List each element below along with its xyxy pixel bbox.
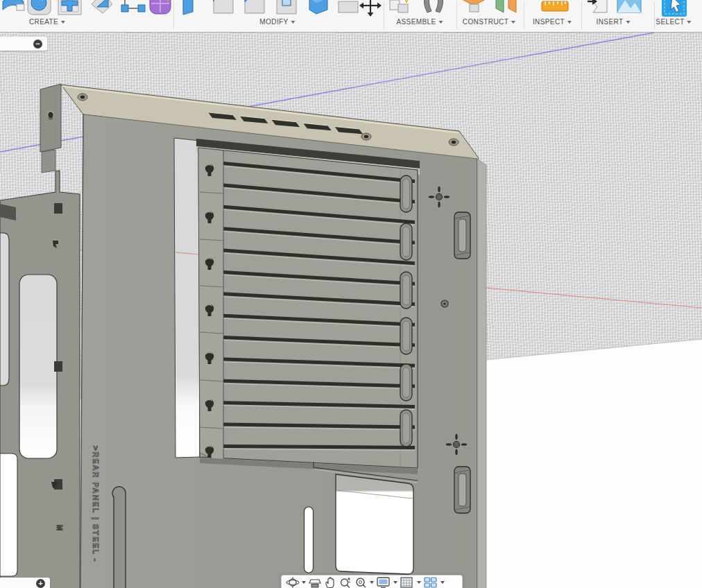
toolbar-group-select[interactable]: SELECT (656, 18, 691, 26)
chevron-down-icon (439, 21, 443, 24)
main-toolbar: CREATE MODIFY ASSEMBLE CONSTRUCT INSPECT… (0, 0, 702, 32)
revolve-icon[interactable] (26, 0, 53, 15)
construct-plane-icon[interactable] (461, 0, 488, 15)
create-form-icon[interactable] (147, 0, 175, 15)
timeline-panel-toggle[interactable]: + (0, 578, 50, 588)
expand-icon[interactable]: + (36, 579, 45, 588)
left-component-body[interactable]: M (0, 171, 80, 588)
flange-screw-hole-center (364, 135, 368, 139)
toolbar-group-construct[interactable]: CONSTRUCT (463, 18, 515, 26)
toolbar-group-assemble[interactable]: ASSEMBLE (396, 18, 443, 26)
display-menu-caret[interactable] (393, 581, 398, 584)
chamfer-icon[interactable] (241, 0, 268, 15)
fillet-icon[interactable] (210, 0, 237, 15)
browser-panel-toggle[interactable]: − (0, 37, 47, 51)
press-pull-icon[interactable] (179, 0, 205, 15)
pull-tab-inner (403, 227, 410, 257)
combine-icon[interactable] (305, 0, 332, 15)
display-settings-button[interactable] (376, 576, 391, 588)
flange-screw-hole-center (452, 141, 456, 144)
pull-tab-inner (403, 275, 410, 305)
orbit-menu-caret[interactable] (301, 581, 307, 584)
chevron-down-icon (291, 21, 296, 24)
3d-viewport[interactable]: M (0, 32, 702, 588)
tab-hole-stem (208, 359, 212, 364)
joint-icon[interactable] (420, 0, 448, 15)
tab-hole-stem (208, 406, 212, 411)
toolbar-separator (654, 1, 655, 29)
chevron-down-icon (626, 21, 630, 24)
viewports-button[interactable] (423, 576, 438, 588)
chevron-down-icon (687, 21, 692, 24)
view-navigation-bar (281, 575, 463, 588)
pull-tab-inner (403, 179, 410, 209)
toolbar-group-inspect[interactable]: INSPECT (533, 18, 572, 26)
3d-model[interactable]: M (0, 33, 702, 588)
grid-settings-button[interactable] (400, 576, 415, 588)
chevron-down-icon (511, 21, 515, 24)
pull-tab-inner (403, 368, 410, 397)
look-at-button[interactable] (308, 576, 322, 588)
sweep-icon[interactable] (1, 0, 25, 15)
toolbar-group-create[interactable]: CREATE (29, 18, 65, 26)
measure-icon[interactable] (540, 0, 570, 17)
insert-derive-icon[interactable] (586, 0, 613, 15)
toolbar-separator (524, 1, 524, 29)
tab-hole-stem (208, 311, 212, 316)
grid-menu-caret[interactable] (416, 581, 422, 584)
pci-slot-covers[interactable] (198, 148, 418, 468)
new-component-icon[interactable] (387, 0, 415, 15)
dimension-icon[interactable] (119, 0, 147, 15)
midplane-icon[interactable] (493, 0, 520, 15)
viewports-menu-caret[interactable] (440, 581, 445, 584)
shell-icon[interactable] (273, 0, 300, 15)
chevron-down-icon (61, 21, 65, 24)
bridge-lance-cutout (454, 212, 470, 259)
collapse-icon[interactable]: − (33, 40, 42, 49)
chevron-down-icon (567, 21, 572, 24)
pull-tab-inner (403, 413, 410, 443)
keyhole-slot (112, 487, 126, 588)
fit-button[interactable] (354, 576, 368, 588)
toolbar-group-insert[interactable]: INSERT (597, 18, 631, 26)
move-copy-icon[interactable] (357, 0, 384, 18)
fit-menu-caret[interactable] (369, 581, 375, 584)
component-mark: M (55, 525, 63, 531)
tab-hole-stem (208, 171, 212, 176)
vent-slot (305, 507, 314, 573)
toolbar-separator (384, 1, 384, 29)
pan-button[interactable] (323, 576, 337, 588)
rear-panel-body[interactable]: >REAR PANEL | STEEL - (40, 84, 486, 588)
orbit-button[interactable] (286, 576, 300, 588)
toolbar-separator (581, 1, 582, 29)
zoom-button[interactable] (339, 576, 352, 588)
select-icon[interactable] (660, 0, 688, 17)
hole-icon[interactable] (57, 0, 83, 15)
bridge-lance-cutout (454, 467, 470, 513)
toolbar-group-modify[interactable]: MODIFY (259, 18, 295, 26)
form-icon[interactable] (89, 0, 115, 15)
panel-engraving: >REAR PANEL | STEEL - (92, 446, 100, 562)
tab-hole-stem (208, 218, 212, 223)
tab-hole-stem (208, 453, 212, 458)
panel-side-face (477, 159, 486, 588)
louver-side-opening (174, 138, 200, 458)
toolbar-separator (456, 1, 457, 29)
psu-opening (336, 474, 413, 574)
tab-hole-stem (208, 265, 212, 270)
pull-tab-inner (403, 321, 410, 351)
left-component-cutout (19, 275, 57, 458)
flange-screw-hole-center (80, 96, 85, 99)
canvas-image-icon[interactable] (616, 0, 644, 15)
toolbar-separator (173, 1, 174, 29)
